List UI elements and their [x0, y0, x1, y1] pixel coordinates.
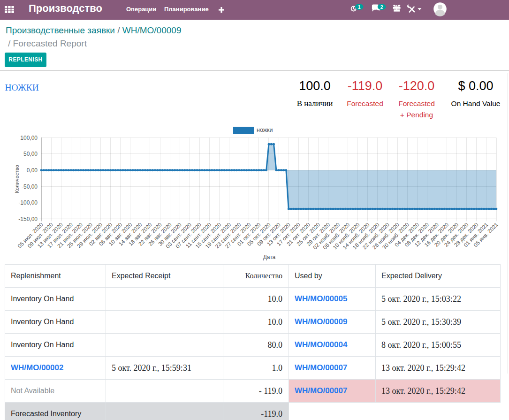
svg-text:0,00: 0,00	[27, 167, 38, 174]
svg-text:100,00: 100,00	[20, 135, 38, 141]
svg-text:50,00: 50,00	[23, 151, 38, 157]
svg-text:Количество: Количество	[14, 165, 20, 193]
svg-text:2: 2	[380, 4, 383, 10]
svg-text:Дата: Дата	[263, 254, 276, 260]
svg-text:ножки: ножки	[257, 127, 273, 133]
svg-text:-50,00: -50,00	[22, 183, 38, 190]
svg-text:-100,00: -100,00	[18, 199, 38, 206]
svg-text:-150,00: -150,00	[18, 216, 38, 222]
svg-text:1: 1	[358, 4, 361, 10]
